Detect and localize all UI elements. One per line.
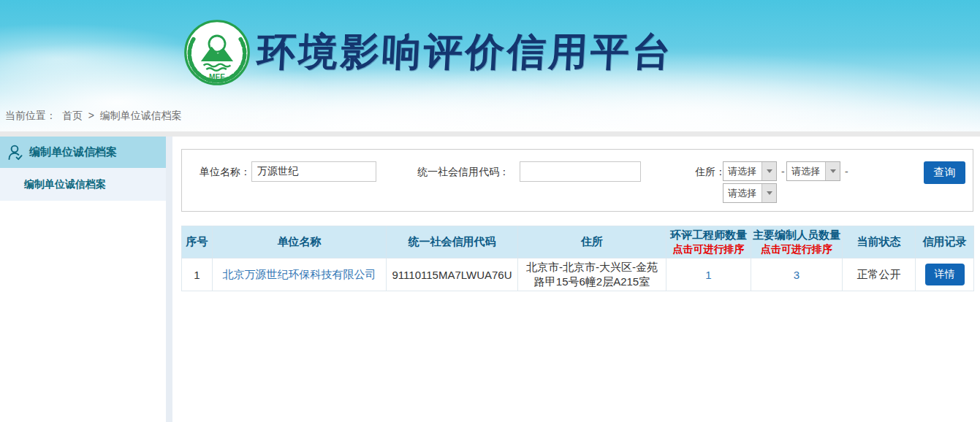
col-header-credit-code: 统一社会信用代码 bbox=[387, 226, 518, 258]
status-cell: 正常公开 bbox=[843, 258, 916, 291]
district-select-arrow-button[interactable] bbox=[761, 184, 776, 202]
city-select-arrow-button[interactable] bbox=[825, 162, 840, 180]
sidebar-item-archive-parent[interactable]: 编制单位诚信档案 bbox=[0, 137, 166, 168]
address-dash-1: - bbox=[781, 161, 785, 182]
col-header-company: 单位名称 bbox=[213, 226, 387, 258]
staff-count-sort-button[interactable]: 点击可进行排序 bbox=[753, 243, 840, 256]
chevron-down-icon bbox=[830, 169, 836, 173]
unit-name-label: 单位名称： bbox=[200, 161, 251, 182]
city-select[interactable]: 请选择 bbox=[786, 161, 840, 181]
city-select-value: 请选择 bbox=[787, 162, 825, 180]
query-button[interactable]: 查询 bbox=[924, 161, 965, 184]
staff-count-link[interactable]: 3 bbox=[794, 269, 799, 281]
breadcrumb-separator: > bbox=[88, 110, 94, 121]
credit-code-cell: 91110115MA7LWUA76U bbox=[387, 258, 518, 291]
unit-name-input[interactable] bbox=[251, 161, 376, 182]
district-select-value: 请选择 bbox=[723, 184, 761, 202]
province-select-value: 请选择 bbox=[723, 162, 761, 180]
engineer-count-title: 环评工程师数量 bbox=[670, 229, 747, 241]
row-index-cell: 1 bbox=[182, 258, 213, 291]
col-header-credit-record: 信用记录 bbox=[916, 226, 974, 258]
credit-code-input[interactable] bbox=[520, 161, 641, 182]
sidebar-subitem-label: 编制单位诚信档案 bbox=[24, 178, 106, 191]
district-select[interactable]: 请选择 bbox=[723, 183, 777, 203]
breadcrumb-prefix: 当前位置： bbox=[5, 110, 56, 121]
col-header-status: 当前状态 bbox=[843, 226, 916, 258]
col-header-index: 序号 bbox=[182, 226, 213, 258]
chevron-down-icon bbox=[767, 169, 772, 173]
sidebar-item-label: 编制单位诚信档案 bbox=[29, 145, 117, 159]
col-header-address: 住所 bbox=[518, 226, 666, 258]
table-row: 1 北京万源世纪环保科技有限公司 91110115MA7LWUA76U 北京市-… bbox=[182, 258, 974, 291]
col-header-engineer-count: 环评工程师数量 点击可进行排序 bbox=[666, 226, 751, 258]
company-name-link[interactable]: 北京万源世纪环保科技有限公司 bbox=[223, 268, 376, 280]
address-label: 住所： bbox=[695, 161, 726, 182]
credit-code-label: 统一社会信用代码： bbox=[417, 161, 509, 182]
col-header-staff-count: 主要编制人员数量 点击可进行排序 bbox=[751, 226, 843, 258]
staff-count-title: 主要编制人员数量 bbox=[753, 229, 840, 241]
engineer-count-link[interactable]: 1 bbox=[705, 269, 711, 281]
header-divider bbox=[0, 131, 980, 137]
results-table: 序号 单位名称 统一社会信用代码 住所 环评工程师数量 点击可进行排序 主要编制… bbox=[181, 226, 974, 291]
table-header-row: 序号 单位名称 统一社会信用代码 住所 环评工程师数量 点击可进行排序 主要编制… bbox=[182, 226, 974, 258]
detail-button[interactable]: 详情 bbox=[925, 264, 965, 285]
site-header: MEE 环境影响评价信用平台 当前位置： 首页 > 编制单位诚信档案 bbox=[0, 0, 980, 131]
province-select[interactable]: 请选择 bbox=[723, 161, 777, 181]
sidebar-item-archive-sub[interactable]: 编制单位诚信档案 bbox=[0, 168, 166, 201]
page-title: 环境影响评价信用平台 bbox=[256, 26, 675, 79]
mee-logo-icon: MEE bbox=[183, 19, 251, 86]
search-panel: 单位名称： 统一社会信用代码： 住所： 请选择 - 请选择 - 请选择 bbox=[181, 149, 973, 212]
address-dash-2: - bbox=[845, 161, 848, 182]
user-check-icon bbox=[7, 144, 23, 161]
province-select-arrow-button[interactable] bbox=[761, 162, 776, 180]
main-content: 单位名称： 统一社会信用代码： 住所： 请选择 - 请选择 - 请选择 bbox=[172, 137, 980, 422]
mee-logo-text: MEE bbox=[209, 73, 225, 81]
engineer-count-sort-button[interactable]: 点击可进行排序 bbox=[668, 243, 749, 256]
sidebar-divider bbox=[166, 137, 172, 422]
chevron-down-icon bbox=[767, 191, 772, 195]
address-cell: 北京市-北京市-大兴区-金苑路甲15号6幢2层A215室 bbox=[518, 258, 666, 291]
sidebar: 编制单位诚信档案 编制单位诚信档案 bbox=[0, 137, 166, 422]
breadcrumb-current: 编制单位诚信档案 bbox=[100, 110, 182, 121]
breadcrumb-home-link[interactable]: 首页 bbox=[62, 110, 83, 121]
breadcrumb: 当前位置： 首页 > 编制单位诚信档案 bbox=[5, 110, 185, 123]
